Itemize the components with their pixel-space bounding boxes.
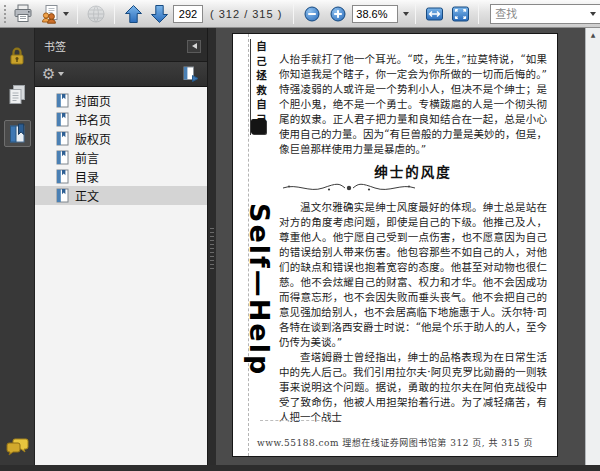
lock-icon — [8, 46, 26, 66]
bookmark-page-icon — [56, 131, 69, 146]
bookmark-label: 封面页 — [75, 92, 111, 109]
pdf-reader-window: ( 312 / 315 ) — [0, 0, 600, 471]
chat-bubbles-icon — [6, 438, 29, 457]
book-title-vertical: 自己拯救自己 — [254, 41, 269, 128]
toolbar-separator — [293, 4, 294, 24]
arrow-up-icon — [124, 4, 143, 24]
bookmarks-panel-button[interactable] — [4, 120, 31, 147]
bookmark-label: 正文 — [75, 187, 99, 204]
bookmark-page-icon — [56, 112, 69, 127]
printer-icon — [13, 4, 33, 23]
pdf-page: 自己拯救自己 Self—Help 人抬手就打了他一个耳光。“哎，先生，”拉莫特说… — [232, 33, 558, 457]
search-dropdown-caret-icon[interactable] — [590, 12, 596, 16]
paragraph: 温文尔雅确实是绅士风度最好的体现。绅士总是站在对方的角度考虑问题，即使是自己的下… — [279, 200, 547, 350]
goto-current-bookmark-button[interactable] — [182, 66, 199, 82]
bookmarks-icon — [7, 123, 27, 145]
toolbar-separator — [114, 4, 115, 24]
section-heading: 绅士的风度 — [279, 165, 547, 194]
zoom-out-icon — [304, 6, 320, 22]
comments-button[interactable] — [4, 434, 31, 461]
bookmark-label: 目录 — [75, 168, 99, 185]
toolbar-separator — [77, 4, 78, 24]
fit-width-button[interactable] — [422, 2, 446, 26]
globe-icon — [86, 4, 106, 24]
bookmark-label: 版权页 — [75, 130, 111, 147]
section-title: 绅士的风度 — [279, 165, 547, 180]
fit-page-icon — [451, 5, 470, 23]
bookmarks-panel: 书签 ⚙ — [35, 28, 207, 471]
print-button[interactable] — [11, 2, 35, 26]
share-document-icon — [39, 4, 60, 24]
splitter-grip-icon — [210, 228, 214, 272]
toolbar-grip[interactable] — [4, 5, 6, 23]
panel-title: 书签 — [44, 38, 66, 54]
fit-width-icon — [425, 5, 444, 23]
bookmark-options-button[interactable]: ⚙ — [42, 67, 64, 82]
panel-splitter[interactable] — [207, 28, 216, 471]
chevron-down-icon — [63, 12, 69, 16]
zoom-level-input[interactable] — [352, 5, 398, 23]
fit-page-button[interactable] — [448, 2, 472, 26]
zoom-in-button[interactable] — [326, 2, 350, 26]
vertical-scrollbar[interactable]: ▲ — [585, 28, 600, 471]
share-collaborate-button[interactable] — [37, 2, 71, 26]
page-count-label: ( 312 / 315 ) — [210, 8, 282, 20]
zoom-out-button[interactable] — [300, 2, 324, 26]
document-view[interactable]: 自己拯救自己 Self—Help 人抬手就打了他一个耳光。“哎，先生，”拉莫特说… — [216, 28, 600, 471]
fold-line — [260, 420, 340, 421]
bookmark-page-icon — [56, 150, 69, 165]
toolbar-separator — [415, 4, 416, 24]
scroll-up-icon[interactable]: ▲ — [586, 30, 600, 40]
bookmark-page-icon — [56, 169, 69, 184]
goto-bookmark-icon — [182, 66, 199, 82]
bookmark-item[interactable]: 前言 — [35, 148, 207, 167]
search-box — [490, 4, 600, 24]
bookmarks-options-bar: ⚙ — [35, 61, 207, 87]
previous-page-button[interactable] — [121, 2, 145, 26]
page-footer: www.55188.com 理想在线证券网图书馆第 312 页, 共 315 页 — [233, 436, 557, 449]
page-text-column: 人抬手就打了他一个耳光。“哎，先生，”拉莫特说，“如果你知道我是个瞎子，你一定会… — [279, 52, 547, 425]
paragraph: 查塔姆爵士曾经指出，绅士的品格表现为在日常生活中的先人后己。我们引用拉尔夫·阿贝… — [279, 350, 547, 425]
bookmark-item[interactable]: 版权页 — [35, 129, 207, 148]
bookmark-page-icon — [56, 188, 69, 203]
zoom-dropdown-caret-icon[interactable] — [403, 12, 409, 16]
bookmark-item[interactable]: 封面页 — [35, 91, 207, 110]
next-page-button[interactable] — [147, 2, 171, 26]
bookmark-item[interactable]: 书名页 — [35, 110, 207, 129]
page-number-input[interactable] — [173, 5, 203, 23]
collapse-left-icon — [192, 43, 197, 49]
toolbar-separator — [478, 4, 479, 24]
bottom-edge — [0, 465, 600, 471]
search-input[interactable] — [495, 6, 587, 22]
web-upload-button[interactable] — [84, 2, 108, 26]
zoom-in-icon — [330, 6, 346, 22]
bookmark-page-icon — [56, 93, 69, 108]
security-settings-button[interactable] — [4, 42, 31, 69]
series-title-vertical: Self—Help — [244, 203, 275, 376]
gear-icon: ⚙ — [42, 67, 55, 82]
chevron-down-icon — [58, 72, 64, 76]
bookmarks-panel-header: 书签 — [35, 34, 207, 58]
bookmark-label: 书名页 — [75, 111, 111, 128]
ink-stamp — [251, 119, 266, 134]
collapse-panel-button[interactable] — [187, 40, 201, 53]
paragraph: 人抬手就打了他一个耳光。“哎，先生，”拉莫特说，“如果你知道我是个瞎子，你一定会… — [279, 52, 547, 157]
main-toolbar: ( 312 / 315 ) — [0, 0, 600, 28]
pages-panel-button[interactable] — [4, 81, 31, 108]
bookmark-list: 封面页 书名页 版权页 — [35, 87, 207, 471]
arrow-down-icon — [150, 4, 169, 24]
pages-icon — [7, 84, 27, 106]
bookmark-item-selected[interactable]: 正文 — [35, 186, 207, 205]
navigation-panel-bar — [0, 28, 35, 471]
flourish-ornament — [279, 182, 419, 194]
bookmark-label: 前言 — [75, 149, 99, 166]
bookmark-item[interactable]: 目录 — [35, 167, 207, 186]
